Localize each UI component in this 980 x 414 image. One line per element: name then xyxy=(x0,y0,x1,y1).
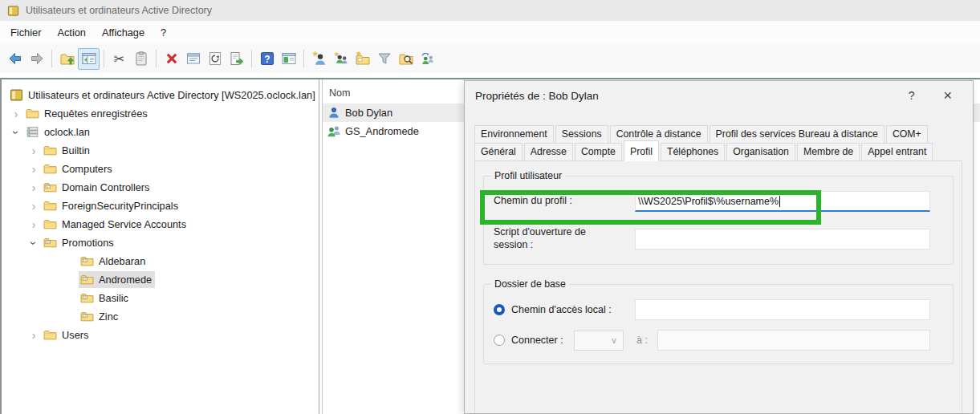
menu-item-fichier[interactable]: Fichier xyxy=(2,22,49,43)
folder-icon xyxy=(43,217,57,231)
tree-item-label: Domain Controllers xyxy=(62,181,150,193)
show-console-tree-icon[interactable] xyxy=(78,48,100,70)
connect-radio[interactable] xyxy=(494,335,505,346)
filter-icon[interactable] xyxy=(373,48,395,70)
chevron-collapsed-icon[interactable]: › xyxy=(26,201,42,212)
folder-icon xyxy=(43,328,57,342)
chevron-collapsed-icon[interactable]: › xyxy=(8,108,24,120)
tree-item-aldebaran[interactable]: ›Aldebaran xyxy=(2,252,319,270)
menu-item-?[interactable]: ? xyxy=(152,22,174,43)
dialog-close-button[interactable]: × xyxy=(938,88,957,103)
tree-item-foreignsecurityprincipals[interactable]: ›ForeignSecurityPrincipals xyxy=(2,197,319,215)
tab-t-l-phones[interactable]: Téléphones xyxy=(661,143,725,161)
show-window-icon[interactable] xyxy=(278,48,299,70)
tab-environnement[interactable]: Environnement xyxy=(474,125,554,143)
tab-profil[interactable]: Profil xyxy=(624,140,659,161)
chevron-down-icon: ∨ xyxy=(611,335,617,346)
tree-item-andromede[interactable]: ›Andromede xyxy=(2,270,319,289)
tree-item-users[interactable]: ›Users xyxy=(2,326,319,344)
tree-item-label: Requêtes enregistrées xyxy=(44,108,148,120)
tree-item-oclock-lan[interactable]: ›oclock.lan xyxy=(2,123,319,141)
console-tree-panel: ›Utilisateurs et ordinateurs Active Dire… xyxy=(2,79,319,414)
ou-icon xyxy=(80,254,94,268)
chevron-collapsed-icon[interactable]: › xyxy=(26,330,42,341)
tree-item-domain-controllers[interactable]: ›Domain Controllers xyxy=(2,178,319,197)
tab-organisation[interactable]: Organisation xyxy=(726,143,795,161)
ou-icon xyxy=(43,236,57,250)
tab-appel-entrant[interactable]: Appel entrant xyxy=(861,143,933,161)
toolbar-separator xyxy=(104,50,104,67)
logon-script-input[interactable] xyxy=(635,229,930,250)
chevron-collapsed-icon[interactable]: › xyxy=(26,145,42,156)
chevron-expanded-icon[interactable]: › xyxy=(28,235,39,251)
tree-item-utilisateurs-et-ordinateurs-active-direc[interactable]: ›Utilisateurs et ordinateurs Active Dire… xyxy=(2,86,319,104)
ou-icon xyxy=(80,291,94,305)
ou-icon xyxy=(80,310,94,323)
chevron-collapsed-icon[interactable]: › xyxy=(26,182,42,193)
tree-item-promotions[interactable]: ›Promotions xyxy=(2,233,319,252)
domain-icon xyxy=(26,125,39,139)
dialog-help-button[interactable]: ? xyxy=(902,87,921,104)
tree-item-requ-tes-enregistr-es[interactable]: ›Requêtes enregistrées xyxy=(2,104,319,123)
tab-strip: EnvironnementSessionsContrôle à distance… xyxy=(465,125,973,161)
tab-membre-de[interactable]: Membre de xyxy=(797,143,860,161)
tree-item-label: Computers xyxy=(62,163,112,175)
menu-item-affichage[interactable]: Affichage xyxy=(94,22,152,43)
tree-item-zinc[interactable]: ›Zinc xyxy=(2,307,319,326)
chevron-expanded-icon[interactable]: › xyxy=(10,124,22,140)
tab-g-n-ral[interactable]: Général xyxy=(474,143,523,161)
new-user-icon[interactable] xyxy=(308,48,330,70)
delegate-icon[interactable] xyxy=(417,48,438,70)
profile-path-value: \\WS2025\Profil$\%username% xyxy=(638,196,779,207)
tab-sessions[interactable]: Sessions xyxy=(555,125,608,143)
aduc-window: Utilisateurs et ordinateurs Active Direc… xyxy=(0,0,980,414)
profile-path-input[interactable]: \\WS2025\Profil$\%username% xyxy=(635,191,930,212)
tree-item-label: Andromede xyxy=(99,274,152,286)
tree-item-label: Basilic xyxy=(99,292,128,304)
connect-label: Connecter : xyxy=(511,335,569,346)
ou-icon xyxy=(43,181,57,194)
chevron-collapsed-icon[interactable]: › xyxy=(26,164,42,175)
window-title: Utilisateurs et ordinateurs Active Direc… xyxy=(26,5,212,16)
tree-item-label: ForeignSecurityPrincipals xyxy=(62,200,178,212)
toolbar-separator xyxy=(303,50,304,67)
forward-icon[interactable] xyxy=(26,48,47,70)
tab-com+[interactable]: COM+ xyxy=(886,125,928,143)
menu-item-action[interactable]: Action xyxy=(49,22,94,43)
tab-profil-des-services-bureau-distance[interactable]: Profil des services Bureau à distance xyxy=(710,125,884,143)
back-icon[interactable] xyxy=(4,48,26,70)
tree-item-computers[interactable]: ›Computers xyxy=(2,160,319,178)
paste-icon[interactable] xyxy=(130,48,152,70)
refresh-icon[interactable] xyxy=(204,48,226,70)
tab-adresse[interactable]: Adresse xyxy=(524,143,573,161)
cut-icon[interactable]: ✂ xyxy=(108,48,130,70)
profile-path-label: Chemin du profil : xyxy=(494,195,635,208)
connect-path-input[interactable] xyxy=(657,330,930,351)
tree-item-basilic[interactable]: ›Basilic xyxy=(2,289,319,307)
up-one-level-icon[interactable] xyxy=(56,48,78,70)
tree-item-builtin[interactable]: ›Builtin xyxy=(2,141,319,160)
chevron-collapsed-icon[interactable]: › xyxy=(26,219,42,230)
tree-item-managed-service-accounts[interactable]: ›Managed Service Accounts xyxy=(2,215,319,233)
new-group-icon[interactable] xyxy=(330,48,352,70)
dialog-title: Propriétés de : Bob Dylan xyxy=(475,90,599,102)
new-ou-icon[interactable] xyxy=(352,48,373,70)
connect-to-label: à : xyxy=(636,335,648,346)
local-path-radio[interactable] xyxy=(494,304,505,315)
profil-tab-page: Profil utilisateur Chemin du profil : \\… xyxy=(474,160,962,414)
export-list-icon[interactable] xyxy=(226,48,247,70)
properties-icon[interactable] xyxy=(182,48,204,70)
local-path-input[interactable] xyxy=(635,299,930,320)
drive-letter-dropdown[interactable]: ∨ xyxy=(574,331,624,351)
tree-item-label: Utilisateurs et ordinateurs Active Direc… xyxy=(28,89,315,101)
folder-icon xyxy=(43,162,57,176)
tree-item-label: oclock.lan xyxy=(44,126,90,138)
dialog-title-bar: Propriétés de : Bob Dylan ? × xyxy=(465,81,973,110)
help-icon[interactable]: ? xyxy=(256,48,278,70)
delete-icon[interactable] xyxy=(161,48,182,70)
tree-item-label: Aldebaran xyxy=(99,255,145,267)
user-icon xyxy=(327,106,341,120)
tab-compte[interactable]: Compte xyxy=(575,143,622,161)
find-icon[interactable] xyxy=(395,48,417,70)
toolbar-separator xyxy=(156,50,157,67)
